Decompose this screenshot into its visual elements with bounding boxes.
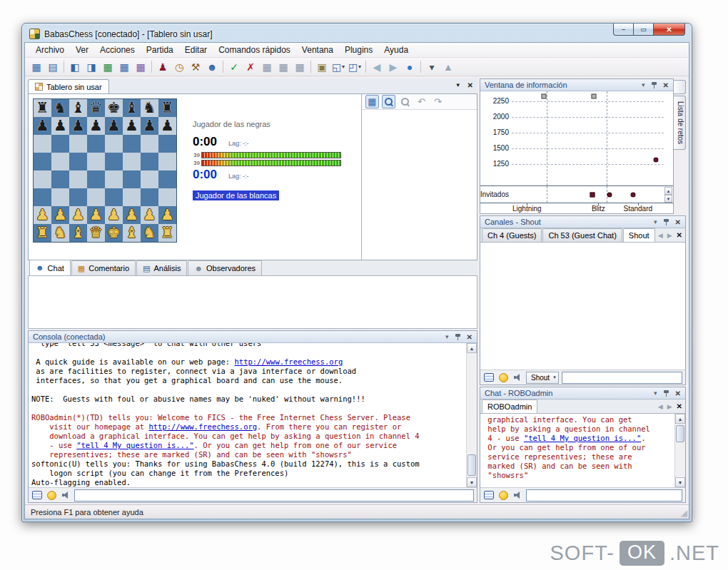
pin-icon[interactable] bbox=[651, 81, 657, 89]
send-target-combo[interactable]: Shout ▾ bbox=[526, 372, 559, 384]
board-square[interactable]: ♜ bbox=[158, 224, 176, 242]
pin-icon[interactable] bbox=[455, 333, 461, 341]
pin-icon[interactable] bbox=[663, 390, 669, 397]
layout-board-icon[interactable]: ▦ bbox=[100, 59, 116, 75]
board-square[interactable] bbox=[69, 135, 87, 153]
speaker-icon[interactable] bbox=[60, 490, 71, 501]
board-square[interactable]: ♟ bbox=[51, 206, 69, 224]
layout-console-icon[interactable]: ◨ bbox=[84, 59, 99, 75]
tab-close-icon[interactable]: ✕ bbox=[467, 81, 473, 89]
board-square[interactable]: ♟ bbox=[158, 117, 176, 135]
close-icon[interactable]: ✕ bbox=[677, 402, 682, 410]
match-icon[interactable]: ⚒ bbox=[188, 59, 203, 75]
console-input[interactable] bbox=[74, 489, 474, 502]
board-square[interactable] bbox=[123, 188, 141, 206]
board-square[interactable] bbox=[34, 153, 51, 171]
panel-menu-icon[interactable]: ▾ bbox=[654, 218, 657, 225]
close-icon[interactable]: ✕ bbox=[663, 81, 669, 89]
zoom-icon[interactable] bbox=[398, 95, 412, 108]
seek-point[interactable] bbox=[590, 192, 595, 197]
board-square[interactable] bbox=[158, 188, 176, 206]
board-square[interactable] bbox=[87, 153, 105, 171]
channels-body[interactable] bbox=[480, 243, 685, 370]
console-target-icon[interactable] bbox=[31, 490, 43, 501]
board-square[interactable]: ♟ bbox=[105, 206, 123, 224]
board-square[interactable] bbox=[141, 188, 158, 206]
layout-full-icon[interactable]: ▦ bbox=[116, 59, 132, 75]
scroll-thumb[interactable] bbox=[467, 454, 476, 476]
board-square[interactable]: ♟ bbox=[34, 117, 51, 135]
move-list-body[interactable] bbox=[362, 110, 477, 260]
side-tab-stub[interactable] bbox=[674, 80, 686, 94]
nav-right-icon[interactable]: ▶ bbox=[667, 232, 672, 239]
board-square[interactable] bbox=[105, 135, 123, 153]
console-window-icon[interactable]: ▤ bbox=[45, 59, 61, 75]
board-square[interactable]: ♛ bbox=[87, 99, 105, 117]
board-square[interactable]: ♞ bbox=[51, 224, 69, 242]
board-square[interactable]: ♟ bbox=[123, 206, 141, 224]
board-square[interactable] bbox=[105, 171, 123, 188]
smiley-icon[interactable] bbox=[46, 490, 57, 501]
board-square[interactable] bbox=[158, 171, 176, 188]
board-square[interactable] bbox=[123, 153, 141, 171]
new-board-icon[interactable]: ◰▾ bbox=[347, 59, 363, 75]
seek-point[interactable] bbox=[607, 192, 612, 197]
smiley-icon[interactable] bbox=[497, 490, 509, 501]
text-link[interactable]: "tell 4 My question is..." bbox=[76, 441, 193, 449]
chart-plot[interactable] bbox=[512, 91, 664, 185]
board-square[interactable] bbox=[51, 153, 69, 171]
board-square[interactable]: ♞ bbox=[141, 224, 158, 242]
board-square[interactable]: ♜ bbox=[34, 224, 51, 242]
panel-menu-icon[interactable]: ▾ bbox=[654, 390, 657, 397]
seek-graph[interactable]: 22502000175015001250 Invitados ▲ bbox=[480, 91, 673, 213]
seek-graph-icon[interactable]: ♟ bbox=[155, 59, 171, 75]
board-square[interactable] bbox=[69, 153, 87, 171]
close-icon[interactable]: ✕ bbox=[675, 390, 681, 397]
board-square[interactable]: ♟ bbox=[123, 117, 141, 135]
layout-board-list-icon[interactable]: ◧ bbox=[67, 59, 83, 75]
console-target-icon[interactable] bbox=[483, 490, 495, 501]
board-square[interactable] bbox=[141, 153, 158, 171]
nav-left-icon[interactable]: ◀ bbox=[658, 403, 663, 410]
console-header[interactable]: Consola (conectada) ▾ ✕ bbox=[29, 331, 477, 343]
board-square[interactable]: ♞ bbox=[51, 99, 69, 117]
players-icon[interactable]: ☻ bbox=[204, 59, 220, 75]
board-square[interactable] bbox=[123, 135, 141, 153]
board-square[interactable]: ♟ bbox=[87, 117, 105, 135]
board-square[interactable] bbox=[158, 135, 176, 153]
board-square[interactable]: ♛ bbox=[87, 224, 105, 242]
undo-move-icon[interactable]: ↶ bbox=[415, 95, 428, 108]
scroll-up-icon[interactable]: ▲ bbox=[467, 343, 477, 353]
redo-move-icon[interactable]: ↷ bbox=[431, 95, 445, 108]
board-setup-icon[interactable]: ▦ bbox=[133, 59, 148, 75]
chat-tab-chat[interactable]: ☻Chat bbox=[29, 260, 71, 275]
chat-tab-analisis[interactable]: ▤Análisis bbox=[136, 260, 187, 275]
text-link[interactable]: "tell 4 My question is..." bbox=[524, 434, 641, 442]
chat-area-body[interactable] bbox=[28, 276, 477, 329]
board-square[interactable] bbox=[141, 171, 158, 188]
board-square[interactable] bbox=[87, 135, 105, 153]
board-square[interactable]: ♝ bbox=[69, 224, 87, 242]
board-square[interactable] bbox=[51, 171, 69, 188]
menu-archivo[interactable]: Archivo bbox=[31, 44, 69, 56]
guests-plot[interactable] bbox=[512, 186, 664, 203]
info-header[interactable]: Ventana de información ▾ ✕ bbox=[480, 79, 673, 91]
menu-ayuda[interactable]: Ayuda bbox=[379, 44, 413, 56]
menu-editar[interactable]: Editar bbox=[180, 44, 212, 56]
channel-tab-ch-4-guests[interactable]: Ch 4 (Guests) bbox=[482, 228, 542, 242]
private-chat-input[interactable] bbox=[526, 489, 682, 502]
resize-grip-icon[interactable]: ◢ bbox=[681, 508, 687, 518]
chess-board[interactable]: ♜♞♝♛♚♝♞♜♟♟♟♟♟♟♟♟♟♟♟♟♟♟♟♟♜♞♝♛♚♝♞♜ bbox=[33, 98, 177, 243]
saved-games-icon[interactable]: ▣ bbox=[314, 59, 330, 75]
panel-menu-icon[interactable]: ▾ bbox=[642, 81, 645, 88]
speaker-icon[interactable] bbox=[512, 372, 523, 383]
channel-tab-shout[interactable]: Shout bbox=[623, 228, 655, 242]
board-square[interactable] bbox=[51, 135, 69, 153]
menu-plugins[interactable]: Plugins bbox=[340, 44, 378, 56]
channels-input[interactable] bbox=[562, 372, 682, 384]
accept-icon[interactable]: ✓ bbox=[226, 59, 242, 75]
title-bar[interactable]: BabasChess [conectado] - [Tablero sin us… bbox=[24, 26, 689, 42]
nav-right-icon[interactable]: ▶ bbox=[667, 403, 672, 410]
maximize-button[interactable]: ▭ bbox=[634, 24, 653, 36]
board-square[interactable]: ♟ bbox=[34, 206, 51, 224]
